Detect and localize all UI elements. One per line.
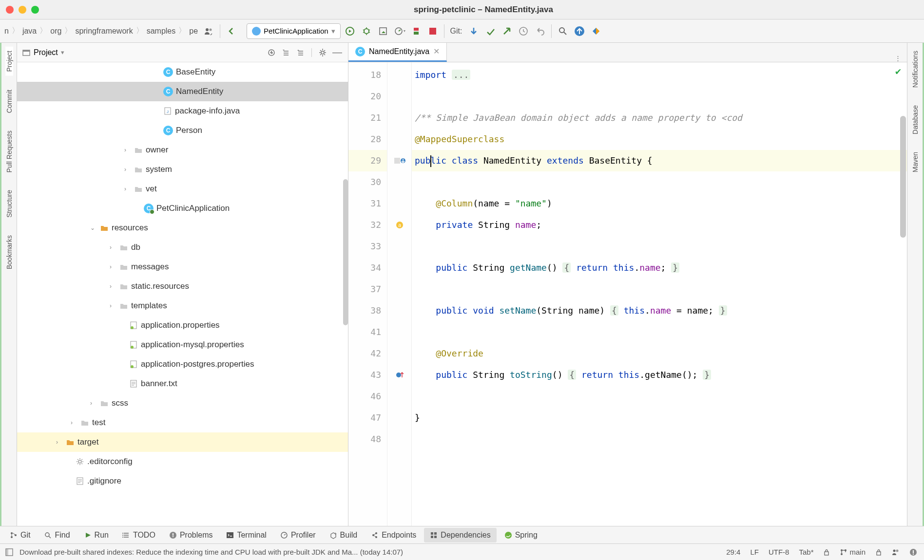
select-opened-icon[interactable] (266, 47, 277, 58)
git-branch[interactable]: main (838, 548, 867, 556)
rail-item-notifications[interactable]: Notifications (911, 47, 919, 92)
chevron-icon[interactable]: › (110, 302, 116, 309)
tree-item[interactable]: CBaseEntity (17, 62, 348, 82)
line-number[interactable]: 38 (348, 300, 387, 321)
push-icon[interactable] (500, 24, 514, 38)
gutter-marker[interactable] (387, 407, 411, 429)
breadcrumb-item[interactable]: springframework (74, 27, 134, 36)
gutter-marker[interactable] (387, 279, 411, 300)
marker-gutter[interactable]: a (387, 62, 412, 526)
code-line[interactable]: @Column(name = "name") (412, 193, 907, 214)
line-number[interactable]: 21 (348, 107, 387, 129)
bottom-tab-terminal[interactable]: Terminal (220, 528, 272, 542)
line-number[interactable]: 37 (348, 279, 387, 300)
line-number[interactable]: 32 (348, 214, 387, 236)
expand-all-icon[interactable] (280, 47, 292, 58)
line-number[interactable]: 42 (348, 343, 387, 364)
gutter-marker[interactable] (387, 429, 411, 450)
gutter-marker[interactable] (387, 171, 411, 193)
code-line[interactable]: } (412, 407, 907, 429)
more-tabs-icon[interactable]: ⋮ (889, 55, 907, 62)
code-line[interactable] (412, 386, 907, 407)
bottom-tab-dependencies[interactable]: Dependencies (424, 528, 496, 542)
chevron-icon[interactable]: › (110, 283, 116, 290)
mem-indicator-icon[interactable] (907, 548, 919, 556)
gutter-marker[interactable] (387, 86, 411, 107)
close-tab-icon[interactable]: ✕ (433, 47, 440, 56)
chevron-icon[interactable]: › (124, 166, 131, 173)
line-number[interactable]: 34 (348, 257, 387, 279)
tree-item[interactable]: ›test (17, 413, 348, 432)
chevron-down-icon[interactable]: ▾ (61, 49, 64, 56)
breadcrumb-item[interactable]: org (49, 27, 63, 36)
gutter-marker[interactable] (387, 321, 411, 343)
line-number[interactable]: 30 (348, 171, 387, 193)
bottom-tab-endpoints[interactable]: Endpoints (365, 528, 422, 542)
tree-item[interactable]: Jpackage-info.java (17, 101, 348, 121)
status-icon[interactable] (5, 548, 14, 557)
code-line[interactable] (412, 279, 907, 300)
project-tree[interactable]: CBaseEntityCNamedEntityJpackage-info.jav… (17, 62, 348, 526)
breadcrumb[interactable]: n〉java〉org〉springframework〉samples〉pe (3, 26, 199, 36)
sync-icon[interactable] (572, 24, 587, 38)
bottom-tab-todo[interactable]: TODO (116, 528, 161, 542)
rail-item-project[interactable]: Project (5, 47, 13, 76)
code-line[interactable]: public String toString() { return this.g… (412, 364, 907, 386)
users-icon[interactable] (201, 24, 216, 38)
gutter-marker[interactable] (387, 107, 411, 129)
people-icon[interactable] (890, 548, 902, 556)
tree-item[interactable]: application-postgres.properties (17, 355, 348, 374)
code-line[interactable]: private String name; (412, 214, 907, 236)
collapse-all-icon[interactable] (295, 47, 307, 58)
chevron-icon[interactable]: › (71, 419, 77, 426)
line-number[interactable]: 43 (348, 364, 387, 386)
scrollbar[interactable] (343, 179, 348, 325)
rail-item-commit[interactable]: Commit (5, 86, 13, 117)
chevron-icon[interactable]: › (90, 400, 97, 407)
rail-item-database[interactable]: Database (911, 101, 919, 138)
tree-item[interactable]: CNamedEntity (17, 82, 348, 101)
caret-position[interactable]: 29:4 (724, 548, 742, 556)
code-line[interactable]: import ... (412, 64, 907, 86)
chevron-icon[interactable]: ⌄ (90, 224, 97, 231)
code-line[interactable]: @Override (412, 343, 907, 364)
gutter-marker[interactable] (387, 129, 411, 150)
rail-item-structure[interactable]: Structure (5, 186, 13, 222)
tree-item[interactable]: .gitignore (17, 471, 348, 491)
history-icon[interactable] (516, 24, 531, 38)
gutter-marker[interactable] (387, 300, 411, 321)
scrollbar[interactable] (900, 116, 906, 238)
tree-item[interactable]: banner.txt (17, 374, 348, 393)
tree-item[interactable]: application-mysql.properties (17, 335, 348, 355)
hide-icon[interactable]: — (331, 47, 343, 58)
settings-icon[interactable] (317, 47, 328, 58)
tree-item[interactable]: ›target (17, 432, 348, 452)
line-number[interactable]: 41 (348, 321, 387, 343)
readonly-icon[interactable] (821, 549, 832, 556)
file-encoding[interactable]: UTF-8 (767, 548, 791, 556)
rail-item-bookmarks[interactable]: Bookmarks (5, 231, 13, 273)
tree-item[interactable]: .editorconfig (17, 452, 348, 471)
gutter-marker[interactable] (387, 64, 411, 86)
inspection-ok-icon[interactable]: ✔ (895, 65, 901, 77)
line-number[interactable]: 48 (348, 429, 387, 450)
line-number[interactable]: 28 (348, 129, 387, 150)
chevron-icon[interactable]: › (124, 147, 131, 153)
tree-item[interactable]: ›db (17, 238, 348, 257)
chevron-icon[interactable]: › (56, 439, 63, 446)
tree-item[interactable]: ›system (17, 160, 348, 179)
bottom-tab-build[interactable]: Build (324, 528, 364, 542)
minimize-icon[interactable] (19, 6, 26, 14)
line-number[interactable]: 18 (348, 64, 387, 86)
commit-icon[interactable] (483, 24, 498, 38)
gutter-marker[interactable] (387, 236, 411, 257)
bottom-tab-find[interactable]: Find (38, 528, 76, 542)
code-area[interactable]: ✔ import .../** Simple JavaBean domain o… (412, 62, 907, 526)
bottom-tab-profiler[interactable]: Profiler (274, 528, 322, 542)
line-number[interactable]: 46 (348, 386, 387, 407)
line-separator[interactable]: LF (748, 548, 761, 556)
bottom-tab-spring[interactable]: Spring (499, 528, 543, 542)
bottom-tab-run[interactable]: Run (78, 528, 115, 542)
gutter-marker[interactable] (387, 150, 411, 171)
breadcrumb-item[interactable]: java (21, 27, 38, 36)
